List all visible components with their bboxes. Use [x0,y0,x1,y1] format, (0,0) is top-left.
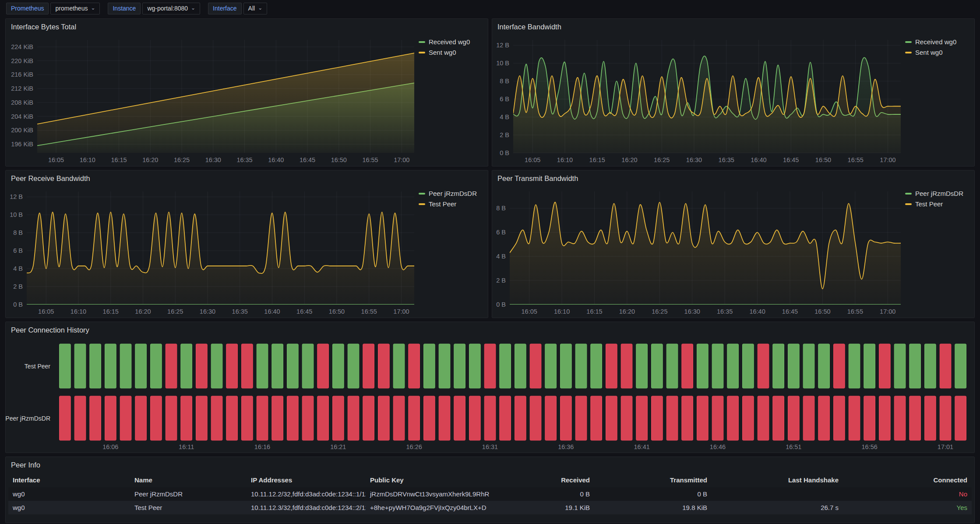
interface-bandwidth-chart: 16:0516:1016:1516:2016:2516:3016:3516:40… [492,35,905,166]
state-bar-down [409,344,420,388]
state-bar-down [864,396,875,440]
state-bar-up [151,344,162,388]
peer-connection-history-chart: Test PeerPeer jRzmDsDR16:0616:1116:1616:… [6,338,974,453]
y-tick-label: 0 B [500,149,509,156]
series-area-test-peer [510,202,901,304]
state-bar-up [909,344,921,388]
x-tick-label: 16:20 [619,308,635,315]
state-bar-down [348,396,359,440]
legend-item-sent-wg0[interactable]: Sent wg0 [419,49,485,56]
column-header-transmitted[interactable]: Transmitted [594,473,712,487]
variable-dropdown-prometheus[interactable]: prometheus ⌄ [50,3,100,14]
state-bar-up [302,344,314,388]
column-header-last-handshake[interactable]: Last Handshake [712,473,843,487]
legend-label: Peer jRzmDsDR [915,190,963,197]
column-header-public-key[interactable]: Public Key [366,473,497,487]
x-tick-label: 16:10 [71,308,86,315]
x-tick-label: 17:00 [393,308,409,315]
column-header-name[interactable]: Name [130,473,247,487]
x-tick-label: 16:51 [786,443,801,450]
state-bar-down [803,396,814,440]
state-bar-down [151,396,162,440]
y-tick-label: 0 B [496,301,506,308]
state-bar-down [682,344,693,388]
x-tick-label: 16:35 [232,308,248,315]
chart-legend: Peer jRzmDsDRTest Peer [419,186,488,318]
state-bar-up [500,344,511,388]
legend-item-test-peer[interactable]: Test Peer [419,200,485,208]
panel-title[interactable]: Peer Transmit Bandwidth [492,170,974,186]
x-tick-label: 16:55 [847,308,863,315]
state-bar-down [181,396,192,440]
x-tick-label: 16:31 [482,443,498,450]
state-bar-down [196,396,208,440]
column-header-ip-addresses[interactable]: IP Addresses [247,473,366,487]
state-bar-down [242,344,253,388]
y-tick-label: 8 B [496,205,506,212]
legend-item-test-peer[interactable]: Test Peer [905,200,972,208]
cell-name: Peer jRzmDsDR [130,487,247,501]
state-bar-down [393,396,405,440]
x-tick-label: 16:35 [719,156,734,163]
variable-dropdown-instance[interactable]: wg-portal:8080 ⌄ [142,3,200,14]
state-bar-up [60,344,71,388]
x-tick-label: 16:25 [652,308,667,315]
state-bar-down [166,344,177,388]
state-bar-up [257,344,268,388]
panel-title[interactable]: Peer Receive Bandwidth [6,170,488,186]
state-bar-up [652,344,663,388]
legend-item-received-wg0[interactable]: Received wg0 [905,38,972,46]
column-header-interface[interactable]: Interface [8,473,130,487]
legend-item-peer-jrzmdsdr[interactable]: Peer jRzmDsDR [419,190,485,197]
state-bar-down [439,396,450,440]
state-bar-down [424,396,435,440]
x-tick-label: 16:20 [135,308,151,315]
state-bar-down [211,396,222,440]
legend-item-received-wg0[interactable]: Received wg0 [419,38,485,46]
state-bar-up [712,344,723,388]
x-tick-label: 16:10 [554,308,570,315]
state-bar-up [697,344,709,388]
state-bar-up [90,344,101,388]
state-bar-down [363,396,374,440]
chevron-down-icon: ⌄ [191,5,195,11]
panel-title[interactable]: Interface Bytes Total [6,19,488,35]
state-bar-down [894,396,906,440]
legend-swatch-icon [419,41,425,43]
state-bar-down [666,396,678,440]
y-tick-label: 212 KiB [11,85,33,92]
column-header-received[interactable]: Received [497,473,594,487]
table-header-row: InterfaceNameIP AddressesPublic KeyRecei… [8,473,972,487]
x-tick-label: 16:40 [268,156,284,163]
state-bar-up [333,344,344,388]
state-bar-up [454,344,465,388]
panel-title[interactable]: Peer Connection History [6,322,974,338]
series-line-test-peer [27,212,414,273]
state-bar-down [636,396,648,440]
column-header-connected[interactable]: Connected [843,473,972,487]
legend-item-sent-wg0[interactable]: Sent wg0 [905,49,972,56]
legend-label: Sent wg0 [915,49,943,56]
x-tick-label: 17:01 [938,443,953,450]
state-bar-down [606,396,617,440]
y-tick-label: 220 KiB [11,57,33,64]
state-bar-down [196,344,208,388]
state-bar-down [849,396,860,440]
state-bar-up [727,344,739,388]
panel-title[interactable]: Interface Bandwidth [492,19,974,35]
x-tick-label: 16:05 [48,156,64,163]
interface-bytes-total-chart: 16:0516:1016:1516:2016:2516:3016:3516:40… [6,35,419,166]
variable-interface: Interface All ⌄ [208,3,267,14]
dashboard-controls: Prometheus prometheus ⌄ Instance wg-port… [0,0,980,17]
y-tick-label: 0 B [13,301,23,308]
state-bar-down [621,396,632,440]
y-tick-label: 208 KiB [11,99,33,106]
panel-title[interactable]: Peer Info [6,457,974,473]
state-bar-up [135,344,147,388]
x-tick-label: 16:41 [634,443,650,450]
variable-dropdown-interface[interactable]: All ⌄ [243,3,268,14]
cell-received: 19.1 KiB [497,501,594,514]
x-tick-label: 16:15 [589,156,605,163]
legend-item-peer-jrzmdsdr[interactable]: Peer jRzmDsDR [905,190,972,197]
y-tick-label: 6 B [496,229,506,236]
